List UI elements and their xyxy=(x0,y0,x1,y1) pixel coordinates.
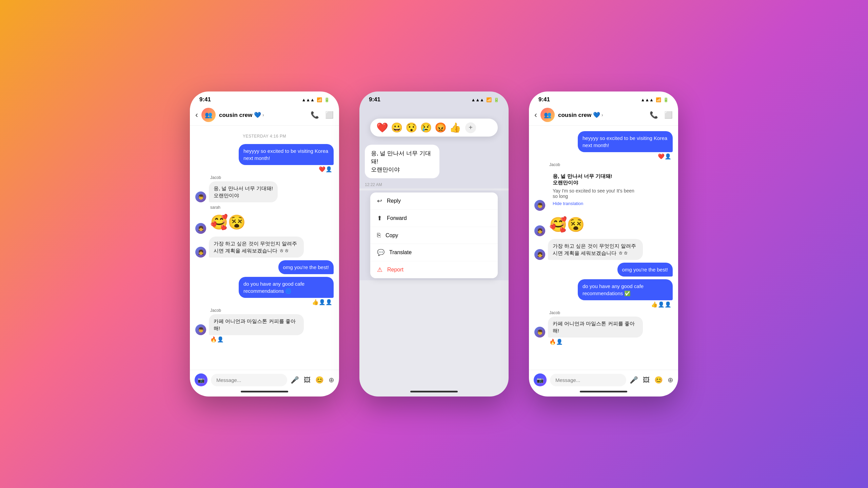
jacob2-avatar-left: 👦 xyxy=(195,324,206,335)
jacob-translated-row-right: 👦 응, 널 만나서 너무 기대돼!오랜만이야 Yay I'm so excit… xyxy=(534,168,643,211)
react-heart[interactable]: ❤️ xyxy=(376,122,388,133)
menu-item-copy[interactable]: ⎘ Copy xyxy=(370,227,498,244)
wifi-icon-middle: 📶 xyxy=(486,97,492,102)
bubble-cafe-right: do you have any good cafe recommendation… xyxy=(578,279,673,300)
messages-area-left: YESTERDAY 4:16 PM heyyyy so excited to b… xyxy=(190,126,339,370)
reaction-heyyyy-left: ❤️👤 xyxy=(319,166,332,172)
msg-korean-long-left: 👧 가장 하고 싶은 것이 무엇인지 알려주시면 계획을 세워보겠습니다 ㅎㅎ xyxy=(195,237,334,258)
right-phone: 9:41 ▲▲▲ 📶 🔋 ‹ 👥 cousin crew 💙 › 📞 ⬜ hey… xyxy=(529,92,678,396)
sarah-row-right: 👧 🥰😵 xyxy=(534,214,586,236)
korean-text-right: 응, 널 만나서 너무 기대돼!오랜만이야 xyxy=(553,173,638,186)
msg-omg-right: omg you're the best! xyxy=(534,263,673,277)
mic-icon-left[interactable]: 🎤 xyxy=(291,376,299,384)
msg-cafe-right: do you have any good cafe recommendation… xyxy=(534,279,673,308)
translated-bubble-right: 응, 널 만나서 너무 기대돼!오랜만이야 Yay I'm so excited… xyxy=(548,168,643,211)
emoji-icon-right[interactable]: 😊 xyxy=(654,376,663,384)
msg-heyyyy-right: heyyyy so excited to be visiting Korea n… xyxy=(534,131,673,160)
battery-icon: 🔋 xyxy=(324,97,330,102)
video-icon-left[interactable]: ⬜ xyxy=(325,111,334,119)
korean-long-avatar-left: 👧 xyxy=(195,247,206,258)
plus-icon-left[interactable]: ⊕ xyxy=(329,376,334,384)
react-sad[interactable]: 😢 xyxy=(420,122,432,133)
reaction-heyyyy-right: ❤️👤 xyxy=(658,153,671,160)
report-icon: ⚠ xyxy=(377,266,382,273)
media-icon-left[interactable]: 🖼 xyxy=(304,376,311,384)
reaction-jacob-cafe-left: 🔥👤 xyxy=(210,336,224,343)
context-message-bubble: 응, 널 만나서 너무 기대돼!오랜만이야 xyxy=(365,145,439,178)
header-actions-right: 📞 ⬜ xyxy=(650,111,673,119)
bubble-omg-right: omg you're the best! xyxy=(617,263,673,277)
plus-icon-right[interactable]: ⊕ xyxy=(668,376,673,384)
reply-icon: ↩ xyxy=(377,197,382,205)
video-icon-right[interactable]: ⬜ xyxy=(664,111,673,119)
input-icons-right: 🎤 🖼 😊 ⊕ xyxy=(630,376,673,384)
wifi-icon: 📶 xyxy=(317,97,322,102)
sarah-avatar-right: 👧 xyxy=(534,225,545,236)
msg-sarah-right: 👧 🥰😵 xyxy=(534,214,673,236)
context-timestamp: 12:22 AM xyxy=(359,181,509,188)
camera-button-left[interactable]: 📷 xyxy=(195,373,208,386)
msg-jacob-cafe-left: Jacob 👦 카페 어니언과 마일스톤 커피를 좋아해! 🔥👤 xyxy=(195,308,334,343)
add-reaction-button[interactable]: + xyxy=(465,122,476,133)
mic-icon-right[interactable]: 🎤 xyxy=(630,376,638,384)
react-surprised[interactable]: 😯 xyxy=(406,122,417,133)
english-text-right: Yay I'm so excited to see you! It's been… xyxy=(553,188,638,199)
korean-long-bubble-left: 가장 하고 싶은 것이 무엇인지 알려주시면 계획을 세워보겠습니다 ㅎㅎ xyxy=(209,237,304,258)
phone-icon-left[interactable]: 📞 xyxy=(311,111,319,119)
battery-icon-middle: 🔋 xyxy=(494,97,499,102)
sarah-avatar-left: 👧 xyxy=(195,223,206,234)
status-bar-middle: 9:41 ▲▲▲ 📶 🔋 xyxy=(359,92,509,105)
msg-sarah-emoji-left: sarah 👧 🥰😵 xyxy=(195,205,334,234)
bubble-cafe-left: do you have any good cafe recommendation… xyxy=(239,277,334,298)
korean-long-bubble-right: 가장 하고 싶은 것이 무엇인지 알려주시면 계획을 세워보겠습니다 ㅎㅎ xyxy=(548,239,643,260)
sender-jacob-right: Jacob xyxy=(549,162,560,167)
react-grin[interactable]: 😀 xyxy=(391,122,403,133)
jacob-bubble-left: 응, 널 만나서 너무 기대돼!오랜만이야 xyxy=(209,181,278,202)
jacob2-avatar-right: 👦 xyxy=(534,327,545,338)
camera-button-right[interactable]: 📷 xyxy=(534,373,547,386)
menu-item-translate[interactable]: 💬 Translate xyxy=(370,244,498,261)
msg-heyyyy-left: heyyyy so excited to be visiting Korea n… xyxy=(195,144,334,172)
jacob-avatar-left: 👦 xyxy=(195,191,206,202)
input-bar-right: 📷 🎤 🖼 😊 ⊕ xyxy=(529,370,678,390)
copy-icon: ⎘ xyxy=(377,232,381,239)
context-menu: ↩ Reply ⬆ Forward ⎘ Copy 💬 Translate ⚠ R… xyxy=(370,192,498,278)
translate-icon: 💬 xyxy=(377,249,384,256)
middle-phone: 9:41 ▲▲▲ 📶 🔋 ❤️ 😀 😯 😢 😡 👍 + 응, 널 만나서 너무 … xyxy=(359,92,509,396)
back-button-left[interactable]: ‹ xyxy=(195,110,198,120)
header-actions-left: 📞 ⬜ xyxy=(311,111,334,119)
msg-jacob-cafe-right: Jacob 👦 카페 어니언과 마일스톤 커피를 좋아해! 🔥👤 xyxy=(534,310,673,345)
react-angry[interactable]: 😡 xyxy=(435,122,447,133)
phone-icon-right[interactable]: 📞 xyxy=(650,111,658,119)
sender-jacob-left: Jacob xyxy=(210,175,221,180)
korean-long-avatar-right: 👧 xyxy=(534,249,545,260)
menu-item-forward[interactable]: ⬆ Forward xyxy=(370,210,498,227)
sender-sarah-left: sarah xyxy=(210,205,220,210)
msg-cafe-left: do you have any good cafe recommendation… xyxy=(195,277,334,305)
media-icon-right[interactable]: 🖼 xyxy=(643,376,650,384)
menu-item-reply[interactable]: ↩ Reply xyxy=(370,192,498,210)
chat-title-area-left: cousin crew 💙 › xyxy=(219,111,307,119)
left-phone: 9:41 ▲▲▲ 📶 🔋 ‹ 👥 cousin crew 💙 › 📞 ⬜ YES… xyxy=(190,92,339,396)
input-bar-left: 📷 🎤 🖼 😊 ⊕ xyxy=(190,370,339,390)
status-time-right: 9:41 xyxy=(538,96,550,103)
react-thumbs-up[interactable]: 👍 xyxy=(449,122,461,133)
jacob-cafe-bubble-left: 카페 어니언과 마일스톤 커피를 좋아해! xyxy=(209,314,304,335)
message-input-right[interactable] xyxy=(550,374,626,386)
emoji-icon-left[interactable]: 😊 xyxy=(315,376,324,384)
input-icons-left: 🎤 🖼 😊 ⊕ xyxy=(291,376,334,384)
copy-label: Copy xyxy=(386,232,398,239)
chat-title-left: cousin crew 💙 › xyxy=(219,111,307,119)
chat-title-right: cousin crew 💙 › xyxy=(558,111,646,119)
group-avatar-left: 👥 xyxy=(201,108,216,122)
signal-icon-middle: ▲▲▲ xyxy=(471,97,484,102)
msg-jacob-korean-left: Jacob 👦 응, 널 만나서 너무 기대돼!오랜만이야 xyxy=(195,175,334,202)
chat-title-area-right: cousin crew 💙 › xyxy=(558,111,646,119)
chat-header-left: ‹ 👥 cousin crew 💙 › 📞 ⬜ xyxy=(190,105,339,126)
message-input-left[interactable] xyxy=(211,374,287,386)
back-button-right[interactable]: ‹ xyxy=(534,110,537,120)
jacob-cafe-row-right: 👦 카페 어니언과 마일스톤 커피를 좋아해! xyxy=(534,317,643,338)
hide-translation-button[interactable]: Hide translation xyxy=(553,201,638,206)
status-bar-left: 9:41 ▲▲▲ 📶 🔋 xyxy=(190,92,339,105)
menu-item-report[interactable]: ⚠ Report xyxy=(370,261,498,278)
